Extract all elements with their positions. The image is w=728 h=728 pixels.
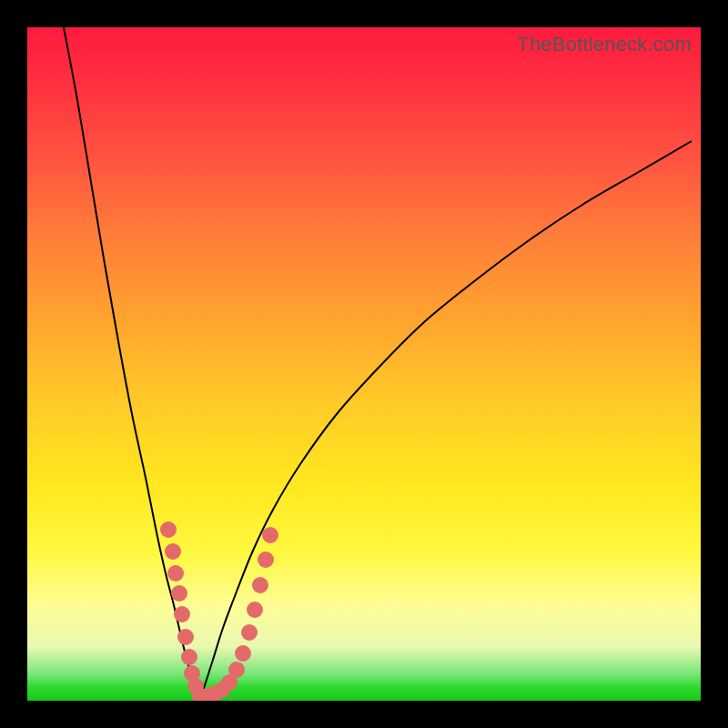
- plot-area: TheBottleneck.com: [27, 27, 701, 701]
- dots-group: [160, 521, 278, 701]
- data-dot: [235, 645, 251, 662]
- chart-frame: TheBottleneck.com: [0, 0, 728, 728]
- data-dot: [167, 565, 184, 581]
- data-dot: [258, 551, 274, 568]
- data-dot: [241, 624, 258, 641]
- data-dot: [262, 527, 278, 543]
- data-dot: [181, 649, 197, 665]
- data-dot: [252, 577, 268, 593]
- data-dot: [174, 606, 190, 622]
- data-dot: [228, 662, 245, 678]
- data-dot: [171, 585, 187, 602]
- data-dot: [165, 543, 181, 560]
- data-dot: [177, 629, 194, 645]
- dots-layer: [27, 27, 701, 701]
- data-dot: [160, 521, 177, 538]
- data-dot: [247, 602, 263, 618]
